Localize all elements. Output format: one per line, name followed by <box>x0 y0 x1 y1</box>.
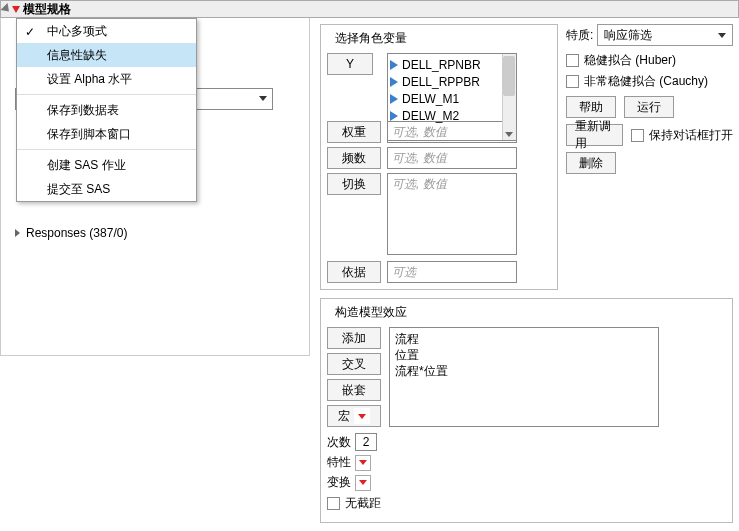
section-title: 构造模型效应 <box>331 304 411 321</box>
checkbox[interactable] <box>631 129 644 142</box>
panel-title-bar: 模型规格 <box>0 0 739 18</box>
add-button[interactable]: 添加 <box>327 327 381 349</box>
chevron-down-icon <box>718 33 726 38</box>
variable-list[interactable]: DELL_RPNBR DELL_RPPBR DELW_M1 DELW_M2 <box>387 53 517 141</box>
traits-column: 特质: 响应筛选 稳健拟合 (Huber) 非常稳健拟合 (Cauchy) 帮助 <box>566 24 733 298</box>
continuous-icon <box>390 111 398 121</box>
scrollbar-thumb[interactable] <box>503 56 515 96</box>
list-item: DELL_RPPBR <box>390 73 514 90</box>
menu-item-center-poly[interactable]: ✓ 中心多项式 <box>17 19 196 43</box>
disclosure-icon[interactable] <box>0 3 12 15</box>
panel-title: 模型规格 <box>23 1 71 18</box>
switch-button[interactable]: 切换 <box>327 173 381 195</box>
transform-dropdown[interactable] <box>355 475 371 491</box>
list-item[interactable]: 位置 <box>395 347 653 363</box>
list-item: DELW_M1 <box>390 90 514 107</box>
list-item: DELL_RPNBR <box>390 56 514 73</box>
property-label: 特性 <box>327 454 351 471</box>
run-button[interactable]: 运行 <box>624 96 674 118</box>
context-menu: ✓ 中心多项式 信息性缺失 设置 Alpha 水平 保存到数据表 保存到脚本窗口… <box>16 18 197 202</box>
construct-effects-section: 构造模型效应 添加 交叉 嵌套 宏 流程 位置 流程*位置 <box>320 298 733 523</box>
scrollbar[interactable] <box>502 54 516 140</box>
red-dropdown-icon <box>354 408 370 424</box>
traits-dropdown[interactable]: 响应筛选 <box>597 24 733 46</box>
freq-field[interactable]: 可选, 数值 <box>387 147 517 169</box>
red-menu-icon[interactable] <box>12 6 20 13</box>
menu-item-set-alpha[interactable]: 设置 Alpha 水平 <box>17 67 196 91</box>
y-button[interactable]: Y <box>327 53 373 75</box>
menu-item-save-table[interactable]: 保存到数据表 <box>17 98 196 122</box>
switch-field[interactable]: 可选, 数值 <box>387 173 517 255</box>
delete-button[interactable]: 删除 <box>566 152 616 174</box>
macro-button[interactable]: 宏 <box>327 405 381 427</box>
no-intercept-row[interactable]: 无截距 <box>327 495 726 512</box>
robust-huber-row[interactable]: 稳健拟合 (Huber) <box>566 52 733 69</box>
help-button[interactable]: 帮助 <box>566 96 616 118</box>
dropdown-icon[interactable] <box>259 96 267 101</box>
menu-separator <box>17 149 196 150</box>
transform-label: 变换 <box>327 474 351 491</box>
property-dropdown[interactable] <box>355 455 371 471</box>
continuous-icon <box>390 77 398 87</box>
traits-label: 特质: <box>566 27 593 44</box>
degree-input[interactable] <box>355 433 377 451</box>
menu-item-submit-sas[interactable]: 提交至 SAS <box>17 177 196 201</box>
nest-button[interactable]: 嵌套 <box>327 379 381 401</box>
menu-separator <box>17 94 196 95</box>
checkbox[interactable] <box>566 75 579 88</box>
checkbox[interactable] <box>566 54 579 67</box>
keep-open-row[interactable]: 保持对话框打开 <box>631 127 733 144</box>
checkbox[interactable] <box>327 497 340 510</box>
menu-item-create-sas[interactable]: 创建 SAS 作业 <box>17 153 196 177</box>
check-icon: ✓ <box>25 25 35 39</box>
continuous-icon <box>390 94 398 104</box>
list-item: DELW_M2 <box>390 107 514 124</box>
freq-button[interactable]: 频数 <box>327 147 381 169</box>
select-roles-section: 选择角色变量 Y 权重 可选, 数值 频数 可选, 数值 切换 可选, 数值 <box>320 24 558 290</box>
scroll-down-icon[interactable] <box>505 132 513 137</box>
by-button[interactable]: 依据 <box>327 261 381 283</box>
tree-item-label: Responses (387/0) <box>26 226 127 240</box>
list-item[interactable]: 流程*位置 <box>395 363 653 379</box>
chevron-right-icon <box>15 229 20 237</box>
section-title: 选择角色变量 <box>331 30 411 47</box>
effects-list[interactable]: 流程 位置 流程*位置 <box>389 327 659 427</box>
by-field[interactable]: 可选 <box>387 261 517 283</box>
continuous-icon <box>390 60 398 70</box>
degree-label: 次数 <box>327 434 351 451</box>
menu-item-save-script[interactable]: 保存到脚本窗口 <box>17 122 196 146</box>
robust-cauchy-row[interactable]: 非常稳健拟合 (Cauchy) <box>566 73 733 90</box>
list-item[interactable]: 流程 <box>395 331 653 347</box>
weight-button[interactable]: 权重 <box>327 121 381 143</box>
tree-item-responses[interactable]: Responses (387/0) <box>15 224 127 242</box>
recall-button[interactable]: 重新调用 <box>566 124 623 146</box>
cross-button[interactable]: 交叉 <box>327 353 381 375</box>
menu-item-informative-missing[interactable]: 信息性缺失 <box>17 43 196 67</box>
